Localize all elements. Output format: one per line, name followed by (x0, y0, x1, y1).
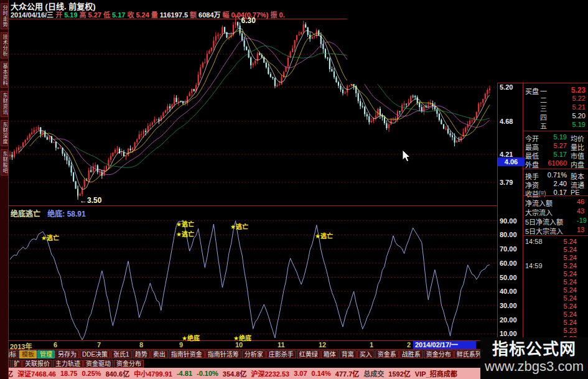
signal-label: ★绝底 (182, 333, 200, 342)
status-segment: 深证7468.46 (17, 368, 56, 378)
ohlc-field: 收 (127, 11, 134, 19)
flow-label: 大宗流入 (525, 207, 553, 217)
date-axis-month: 6 (54, 341, 57, 349)
status-segment: -0.10% (197, 370, 218, 377)
ohlc-readout: 2014/04/16/三开5.19高5.27低5.17收5.24量116197.… (11, 9, 287, 19)
flow-value: 43 (577, 207, 584, 215)
tick-price: 5.24 (554, 246, 577, 253)
ohlc-field: 5.24 (136, 11, 149, 19)
buy-level-price: 5.23 (558, 86, 586, 95)
divider (523, 195, 588, 196)
watermark-title: 指标公式网 (480, 340, 588, 358)
toolbar-button[interactable]: 管理 (37, 350, 55, 358)
toolbar-button[interactable]: 买入 (357, 350, 375, 358)
ohlc-field: 额 (190, 11, 197, 19)
indicator-axis-label: 60.00 (500, 260, 517, 267)
ohlc-field: 幅 (223, 11, 230, 19)
toolbar-button[interactable]: 主力轨迹 (53, 360, 83, 368)
toolbar-button[interactable]: 资金系 (375, 350, 399, 358)
buy-level-price: 5.19 (558, 121, 586, 128)
indicator-axis-label: 20.00 (500, 316, 517, 324)
toolbar-button[interactable]: 分析家 (242, 350, 266, 358)
toolbar-button[interactable]: 扩 (12, 360, 22, 368)
signal-label: ★逃亡 (176, 229, 194, 238)
ohlc-field: 5.27 (88, 11, 101, 19)
ohlc-field: 5.17 (112, 11, 125, 19)
pane-separator (8, 205, 498, 206)
current-date-badge: 2014/02/17/一 (413, 341, 476, 349)
indicator-axis-label: 40.00 (500, 288, 517, 295)
toolbar-button[interactable]: 资金分布 (424, 350, 454, 358)
buy-queue-label: 买盘 (525, 86, 539, 96)
tick-price: 5.24 (554, 286, 577, 294)
status-segment: 中小4799.91 (134, 368, 172, 378)
indicator-axis-label: 30.00 (500, 302, 517, 309)
sidebar-tab[interactable]: 基本资料 (1, 62, 8, 88)
ohlc-field: 6084万 (198, 11, 220, 19)
title-bar: 大众公用 (日线. 前复权) 2014/04/16/三开5.19高5.27低5.… (9, 0, 348, 19)
price-axis-label: 3.79 (500, 179, 513, 186)
sidebar-tab[interactable]: 分时走势 (1, 3, 8, 29)
tick-price: 5.24 (554, 278, 577, 286)
flow-label: 5日大宗流入 (525, 226, 563, 236)
toolbar-button[interactable]: 鲜氏系列 (454, 350, 484, 358)
indicator-axis-label: 10.00 (500, 330, 517, 337)
ohlc-field: 0. (279, 11, 285, 19)
toolbar-button[interactable]: 红黄绿 (297, 350, 320, 358)
mouse-cursor (402, 149, 412, 163)
status-segment: 沪深2232.53 (251, 368, 289, 378)
toolbar-button[interactable]: DDE决策 (80, 350, 110, 358)
app-window: 分时走势技术分析基本资料东财资讯东财深度东财股吧 大众公用 (日线. 前复权) … (0, 0, 588, 379)
sidebar-tab[interactable]: 东财资讯 (1, 91, 8, 117)
tick-price: 5.24 (554, 302, 577, 310)
toolbar-button[interactable]: 箱体 (321, 350, 338, 358)
stat-value: 5.17 (541, 151, 567, 158)
ohlc-field: 低 (103, 11, 110, 19)
toolbar-button[interactable]: 指南针资金 (169, 350, 205, 358)
black-overlay (347, 0, 588, 84)
toolbar-button[interactable]: 张氏1 (111, 350, 132, 358)
divider (523, 235, 588, 236)
tick-price: 5.24 (554, 270, 577, 278)
price-axis-label: 5.20 (500, 83, 513, 91)
stat-value: 0.71% (541, 171, 567, 179)
toolbar-button[interactable]: 另存为 (55, 350, 79, 358)
indicator-value: 绝底: 58.91 (47, 210, 85, 218)
signal-label: ★逃亡 (176, 219, 194, 228)
stat-label-2: 内盘 (571, 159, 588, 169)
date-axis-month: 12 (319, 341, 326, 349)
ohlc-field: 5.19 (64, 11, 77, 19)
status-segment: VIP_招商成都 (415, 368, 457, 378)
sidebar-tab[interactable]: 东财深度 (1, 120, 8, 146)
date-axis-month: 2 (407, 341, 411, 349)
toolbar-button[interactable]: 资金分布 (114, 360, 144, 368)
ohlc-field: 振 (271, 11, 278, 19)
status-segment: 1592亿 (388, 368, 410, 378)
indicator-title-row: 绝底逃亡 绝底: 58.91 (11, 208, 86, 218)
status-segment: 354.8亿 (223, 368, 247, 378)
ohlc-field: 116197.5 (160, 11, 188, 19)
stat-value: 5.19 (541, 133, 567, 141)
indicator-chart[interactable] (8, 207, 498, 340)
toolbar-button[interactable]: 庄影杀手 (266, 350, 296, 358)
toolbar-button[interactable]: 战胜系 (399, 350, 423, 358)
toolbar-button[interactable]: 模板 (19, 350, 37, 358)
toolbar-button[interactable]: 关联报价 (22, 360, 52, 368)
date-axis-month: 7 (97, 341, 101, 349)
toolbar-button[interactable]: 资金驱动 (83, 360, 113, 368)
indicator-axis-label: 90.00 (500, 217, 517, 225)
flow-label: 净流入额 (525, 198, 553, 208)
status-segment: 0.14% (312, 370, 331, 377)
status-segment: 18.75 (60, 370, 78, 377)
watermark-url: www.zbgs3.com (480, 358, 588, 375)
toolbar-button[interactable]: 指南针活筹 (205, 350, 241, 358)
toolbar-button[interactable]: 卖出 (151, 350, 168, 358)
ohlc-field: 量 (151, 11, 158, 19)
sidebar-tab[interactable]: 技术分析 (1, 32, 8, 58)
status-segment: 477.7亿 (335, 368, 360, 378)
date-axis-month: 11 (278, 341, 285, 349)
toolbar-button[interactable]: 趋势 (133, 350, 150, 358)
tick-price: 5.24 (554, 262, 577, 269)
toolbar-button[interactable]: 背离 (339, 350, 357, 358)
sidebar-tab[interactable]: 东财股吧 (1, 149, 8, 175)
